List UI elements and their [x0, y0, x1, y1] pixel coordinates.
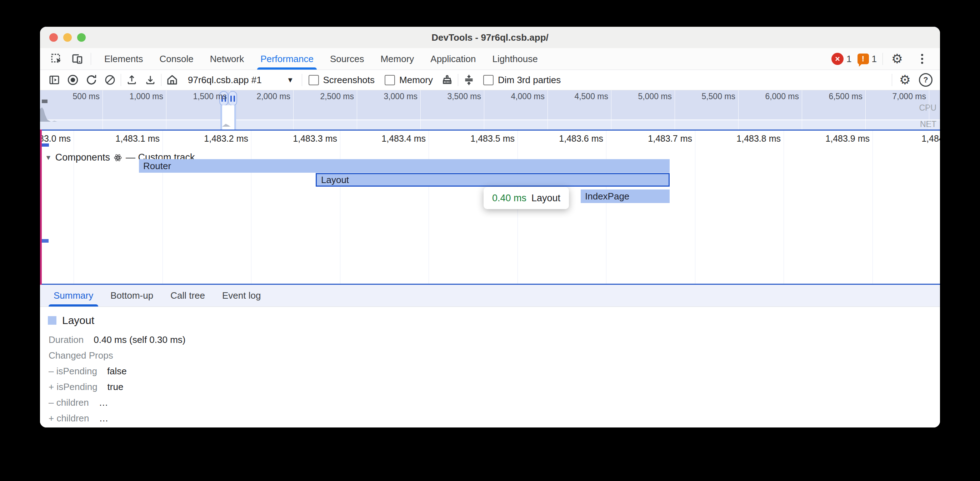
more-options-icon[interactable] [912, 49, 933, 69]
record-and-reload-icon[interactable] [84, 72, 99, 88]
flame-bar-layout[interactable]: Layout [316, 173, 670, 187]
detail-gridline [784, 130, 784, 284]
window-title: DevTools - 97r6ql.csb.app/ [431, 32, 549, 43]
details-tab-call-tree[interactable]: Call tree [162, 285, 213, 306]
flame-bar-router[interactable]: Router [139, 159, 670, 173]
capture-settings-gear-icon[interactable]: ⚙ [897, 72, 913, 88]
details-divider [40, 284, 940, 285]
checkbox-icon [309, 75, 319, 85]
details-tab-event-log[interactable]: Event log [213, 285, 269, 306]
disclosure-triangle-icon[interactable]: ▼ [45, 154, 52, 162]
tab-sources[interactable]: Sources [322, 48, 372, 70]
ruler-tick-label: 1,483.2 ms [170, 133, 248, 144]
tab-console[interactable]: Console [151, 48, 201, 70]
console-errors-button[interactable]: 1 [831, 53, 851, 65]
separator [121, 74, 121, 86]
dim-3rd-parties-checkbox[interactable]: Dim 3rd parties [480, 75, 564, 86]
detail-gridline [73, 130, 74, 284]
minimize-window-button[interactable] [63, 33, 72, 42]
ruler-tick-label: 1,483.1 ms [81, 133, 160, 144]
ruler-tick-label: 1,483.6 ms [525, 133, 603, 144]
summary-row: – children… [49, 397, 108, 408]
tab-performance[interactable]: Performance [252, 48, 322, 70]
react-atom-icon [114, 154, 122, 162]
separator [892, 74, 892, 86]
target-page-label: 97r6ql.csb.app #1 [188, 75, 262, 86]
overview-tick-label: 500 ms [46, 92, 100, 102]
zoom-window-button[interactable] [77, 33, 86, 42]
checkbox-icon [385, 75, 395, 85]
overview-tick-label: 1,500 ms [173, 92, 227, 102]
tooltip-duration: 0.40 ms [492, 193, 527, 204]
ruler-tick-label: 1,483.4 ms [347, 133, 426, 144]
tab-lighthouse[interactable]: Lighthouse [484, 48, 546, 70]
device-toolbar-icon[interactable] [68, 51, 86, 67]
detail-gridline [162, 130, 163, 284]
summary-row-label: Duration [49, 334, 84, 345]
details-tab-bottom-up[interactable]: Bottom-up [102, 285, 162, 306]
ruler-tick-label: 1,483.7 ms [614, 133, 692, 144]
home-icon[interactable] [164, 72, 180, 88]
toggle-sidebar-icon[interactable] [46, 72, 62, 88]
cpu-activity-graph [40, 104, 68, 122]
overview-tick-label: 6,000 ms [745, 92, 799, 102]
overview-tick-label: 3,500 ms [428, 92, 481, 102]
issues-button[interactable]: ! 1 [858, 54, 877, 65]
tab-elements[interactable]: Elements [96, 48, 151, 70]
summary-row-value: false [107, 366, 127, 377]
traffic-lights [49, 33, 86, 42]
overview-tick-label: 2,000 ms [237, 92, 290, 102]
flame-bar-indexpage[interactable]: IndexPage [581, 189, 670, 203]
overview-gridline [484, 90, 484, 130]
separator [883, 53, 883, 65]
overview-tick-label: 4,000 ms [491, 92, 545, 102]
ruler-tick-label: 1,483.3 ms [259, 133, 337, 144]
timeline-overview[interactable]: CPU NET 500 ms1,000 ms1,500 ms2,000 ms2,… [40, 90, 940, 130]
collect-garbage-icon[interactable] [439, 72, 455, 88]
issue-count: 1 [872, 54, 877, 65]
target-page-select[interactable]: 97r6ql.csb.app #1 ▼ [184, 75, 298, 86]
performance-toolbar: 97r6ql.csb.app #1 ▼ Screenshots Memory [40, 70, 940, 90]
overview-tick-label: 7,000 ms [872, 92, 926, 102]
record-icon[interactable] [65, 72, 81, 88]
tooltip-label: Layout [531, 193, 560, 204]
zoom-window-selection[interactable] [220, 105, 236, 130]
summary-row: – isPendingfalse [49, 366, 127, 377]
memory-checkbox[interactable]: Memory [381, 75, 436, 86]
devtools-tabbar: ElementsConsoleNetworkPerformanceSources… [40, 48, 940, 70]
network-request-fragment [41, 239, 49, 243]
summary-row: + children… [49, 413, 108, 424]
settings-gear-icon[interactable]: ⚙ [889, 51, 906, 67]
inspect-element-icon[interactable] [48, 51, 65, 67]
track-name: Components [56, 152, 110, 163]
detail-gridline [606, 130, 606, 284]
overview-tick-label: 5,000 ms [618, 92, 672, 102]
tab-network[interactable]: Network [202, 48, 252, 70]
overview-gridline [357, 90, 357, 130]
details-tab-summary[interactable]: Summary [45, 285, 102, 306]
overview-gridline [865, 90, 866, 130]
summary-row-value: true [108, 381, 124, 392]
detail-gridline [872, 130, 873, 284]
panel-tabs: ElementsConsoleNetworkPerformanceSources… [96, 48, 546, 70]
overview-gridline [293, 90, 294, 130]
separator [91, 53, 91, 65]
overview-tick-label: 5,500 ms [682, 92, 735, 102]
overview-divider [40, 130, 940, 130]
collapse-tracks-icon[interactable] [461, 72, 477, 88]
summary-row-value: 0.40 ms (self 0.30 ms) [94, 334, 185, 345]
overview-tick-label: 3,000 ms [364, 92, 417, 102]
help-icon[interactable]: ? [918, 72, 934, 88]
clear-icon[interactable] [102, 72, 118, 88]
tab-application[interactable]: Application [422, 48, 484, 70]
close-window-button[interactable] [49, 33, 58, 42]
download-profile-icon[interactable] [143, 72, 158, 88]
summary-row-label: – children [49, 397, 89, 408]
overview-gridline [929, 90, 929, 130]
screenshots-checkbox[interactable]: Screenshots [305, 75, 379, 86]
upload-profile-icon[interactable] [124, 72, 140, 88]
track-edge-marker [40, 130, 42, 285]
devtools-window: DevTools - 97r6ql.csb.app/ ElementsConso… [40, 27, 940, 427]
tab-memory[interactable]: Memory [372, 48, 422, 70]
overview-gridline [102, 90, 103, 130]
